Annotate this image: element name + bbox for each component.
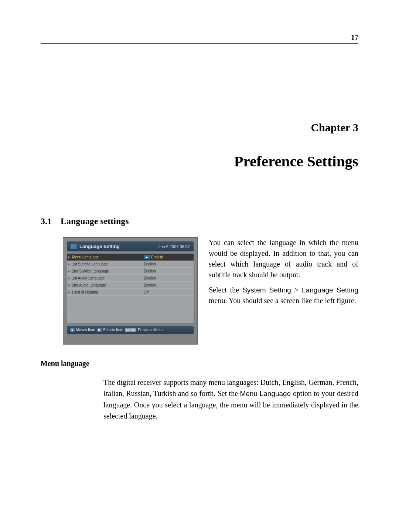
system-setting-label: System Setting — [242, 286, 291, 294]
row-value: English — [144, 262, 194, 266]
chapter-title: Preference Settings — [41, 152, 358, 170]
section-number: 3.1 — [41, 216, 52, 226]
chevron-right-icon: ▸ — [67, 290, 71, 294]
footer-moves: Moves Item — [76, 328, 95, 332]
updown-icon: ⇅ — [70, 328, 75, 332]
table-row[interactable]: ▸ 1st Audio Language English — [67, 275, 194, 282]
table-row[interactable]: ▸ 2nd Audio Language English — [67, 282, 194, 289]
chevron-right-icon: ▸ — [67, 255, 71, 259]
row-value: Off — [144, 290, 194, 294]
settings-table: ▸ Menu Language ◂▸ English ▸ 1st Subtitl… — [67, 254, 194, 323]
page-number: 17 — [41, 33, 358, 42]
row-label: 1st Subtitle Language — [71, 262, 144, 266]
intro-text: You can select the language in which the… — [209, 237, 358, 345]
row-value-wrap: English — [144, 276, 194, 280]
screenshot-footer: ⇅ Moves Item ⇄ Selects Item MENU Previou… — [67, 326, 194, 334]
body-paragraph: The digital receiver supports many menu … — [103, 377, 358, 421]
chapter-label: Chapter 3 — [41, 121, 358, 134]
row-label: 1st Audio Language — [71, 276, 144, 280]
row-value-wrap: English — [144, 269, 194, 273]
titlebar-left: Language Setting — [71, 244, 120, 249]
row-value: English — [144, 276, 194, 280]
row-value: English — [151, 255, 194, 259]
table-row[interactable]: ▸ Menu Language ◂▸ English — [67, 254, 194, 261]
intro-paragraph-2: Select the System Setting > Language Set… — [209, 285, 358, 306]
row-value-wrap: English — [144, 283, 194, 287]
screenshot-timestamp: Jan 6 2007 05:57 — [158, 244, 190, 249]
section-title: Language settings — [61, 216, 129, 226]
menu-language-label: Menu Language — [240, 390, 291, 397]
chevron-right-icon: ▸ — [67, 283, 71, 287]
logo-icon — [71, 244, 77, 249]
menu-badge: MENU — [125, 328, 137, 332]
footer-previous: Previous Menu — [138, 328, 163, 332]
chevron-right-icon: ▸ — [67, 269, 71, 273]
row-value: English — [144, 269, 194, 273]
header-rule: 17 — [41, 33, 358, 44]
language-setting-label: Language Setting — [302, 286, 358, 294]
row-label: 2nd Audio Language — [71, 283, 144, 287]
screenshot-title: Language Setting — [79, 244, 120, 249]
table-row[interactable]: ▸ Hard of Hearing Off — [67, 289, 194, 296]
row-label: 2nd Subtitle Language — [71, 269, 144, 273]
footer-selects: Selects Item — [103, 328, 123, 332]
leftright-icon: ⇄ — [97, 328, 102, 332]
row-value-wrap: ◂▸ English — [144, 255, 194, 259]
figure-and-text: Language Setting Jan 6 2007 05:57 ▸ Menu… — [63, 237, 358, 345]
page: 17 Chapter 3 Preference Settings 3.1 Lan… — [0, 0, 399, 444]
intro-paragraph-1: You can select the language in which the… — [209, 237, 358, 280]
table-row[interactable]: ▸ 2nd Subtitle Language English — [67, 268, 194, 275]
row-label: Hard of Hearing — [71, 290, 144, 294]
figure-column: Language Setting Jan 6 2007 05:57 ▸ Menu… — [63, 237, 198, 345]
chevron-right-icon: ▸ — [67, 276, 71, 280]
row-label: Menu Language — [71, 255, 144, 259]
subsection-heading: Menu language — [41, 359, 358, 368]
section-heading: 3.1 Language settings — [41, 216, 358, 226]
row-value-wrap: Off — [144, 290, 194, 294]
language-setting-screenshot: Language Setting Jan 6 2007 05:57 ▸ Menu… — [63, 237, 198, 345]
row-value-wrap: English — [144, 262, 194, 266]
left-right-icon: ◂▸ — [144, 255, 150, 259]
table-row[interactable]: ▸ 1st Subtitle Language English — [67, 261, 194, 268]
screenshot-titlebar: Language Setting Jan 6 2007 05:57 — [67, 241, 194, 251]
row-value: English — [144, 283, 194, 287]
chevron-right-icon: ▸ — [67, 262, 71, 266]
